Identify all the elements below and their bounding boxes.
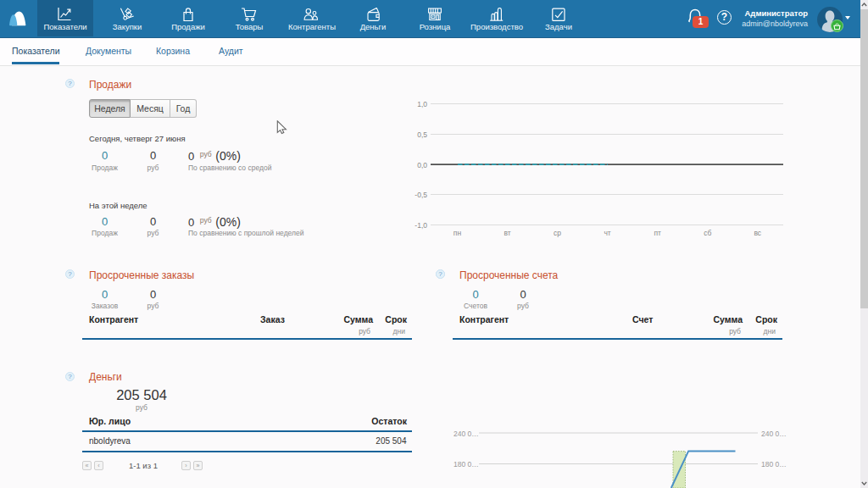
svg-text:240 0…: 240 0… — [761, 430, 787, 438]
svg-text:-1,0: -1,0 — [415, 221, 427, 230]
svg-text:0,0: 0,0 — [417, 161, 427, 169]
svg-text:пт: пт — [654, 229, 661, 237]
svg-text:пн: пн — [453, 229, 462, 237]
svg-text:180 0…: 180 0… — [453, 460, 479, 469]
svg-text:0,5: 0,5 — [417, 130, 427, 139]
svg-text:вт: вт — [504, 229, 510, 237]
svg-text:1,0: 1,0 — [417, 100, 427, 108]
svg-text:180 0…: 180 0… — [761, 460, 787, 469]
svg-text:чт: чт — [604, 229, 610, 237]
svg-text:ср: ср — [554, 229, 561, 237]
svg-text:вс: вс — [754, 229, 761, 237]
svg-text:сб: сб — [704, 229, 711, 237]
svg-text:240 0…: 240 0… — [453, 430, 479, 438]
svg-text:-0,5: -0,5 — [415, 191, 427, 199]
